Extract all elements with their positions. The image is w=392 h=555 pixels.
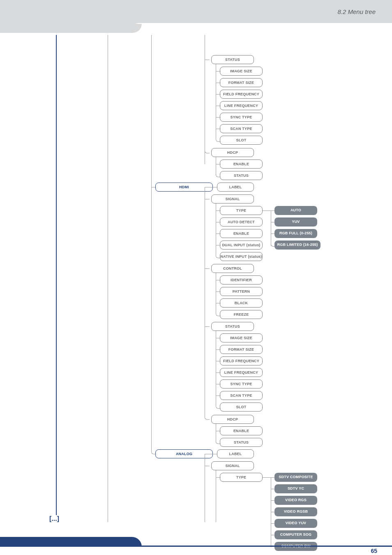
node-label-2: LABEL [217, 449, 254, 458]
conn [271, 500, 274, 501]
conn [216, 477, 221, 478]
node-video-rgsb: VIDEO RGSB [274, 507, 317, 516]
node-sync-type-2: SYNC TYPE [220, 379, 263, 388]
node-image-size-1: IMAGE SIZE [220, 67, 263, 76]
conn [216, 245, 221, 245]
conn [216, 168, 221, 177]
conn [216, 372, 221, 373]
header-curve-white [127, 23, 392, 35]
node-image-size-2: IMAGE SIZE [220, 333, 263, 342]
conn [216, 133, 221, 142]
node-hdcp2-status: STATUS [220, 438, 263, 447]
conn [151, 187, 155, 187]
tree-trunk-level2 [151, 35, 152, 413]
conn [216, 164, 221, 164]
node-sdtv-composite: SDTV COMPOSITE [274, 473, 317, 482]
conn [271, 535, 274, 535]
tree-trunk-level3a [205, 35, 205, 164]
node-signal1-type: TYPE [220, 206, 263, 215]
section-title: 8.2 Menu tree [337, 8, 376, 15]
continues-marker: [...] [49, 515, 59, 523]
conn [151, 413, 156, 454]
header-curve-grey [0, 24, 142, 33]
node-control-freeze: FREEZE [220, 310, 263, 319]
node-control: CONTROL [211, 264, 254, 273]
conn [216, 117, 221, 118]
conn [205, 187, 217, 187]
conn [216, 71, 221, 72]
node-type-yuv: YUV [274, 217, 317, 227]
conn [216, 307, 221, 316]
node-hdcp-2: HDCP [211, 415, 254, 424]
node-sync-type-1: SYNC TYPE [220, 113, 263, 122]
node-field-freq-2: FIELD FREQUENCY [220, 356, 263, 365]
node-analog: ANALOG [155, 449, 213, 458]
conn [216, 338, 221, 338]
conn [271, 489, 274, 489]
node-slot-1: SLOT [220, 136, 263, 145]
node-control-black: BLACK [220, 298, 263, 308]
tree-trunk-level3b [205, 187, 205, 405]
conn [216, 384, 221, 384]
node-status-2: STATUS [211, 322, 254, 331]
conn [216, 222, 221, 222]
conn [216, 249, 221, 258]
conn [216, 94, 221, 95]
node-type-rgblimited: RGB LIMITED (16-255) [274, 240, 321, 250]
tree-trunk-level1 [108, 35, 108, 522]
node-signal2-type: TYPE [220, 473, 263, 482]
node-field-freq-1: FIELD FREQUENCY [220, 90, 263, 99]
conn [263, 210, 271, 211]
vline-status2 [216, 331, 216, 403]
node-label-1: LABEL [217, 183, 254, 192]
node-line-freq-2: LINE FREQUENCY [220, 368, 263, 377]
conn [271, 523, 274, 524]
node-signal-2: SIGNAL [211, 461, 254, 470]
node-signal1-enable: ENABLE [220, 229, 263, 238]
conn [216, 361, 221, 361]
conn [216, 395, 221, 396]
node-video-yuv: VIDEO YUV [274, 519, 317, 528]
node-hdmi: HDMI [155, 183, 213, 192]
conn [216, 83, 221, 83]
footer-curve [0, 537, 142, 547]
vline-signal2-type [271, 477, 271, 547]
node-line-freq-1: LINE FREQUENCY [220, 101, 263, 110]
conn [271, 238, 274, 247]
conn [205, 326, 210, 327]
conn [205, 268, 210, 269]
vline-signal1 [216, 204, 216, 253]
conn [271, 512, 274, 512]
vline-control [216, 273, 216, 311]
node-scan-type-1: SCAN TYPE [220, 124, 263, 133]
node-signal1-nativeinput: NATIVE INPUT (status) [220, 252, 263, 261]
conn [271, 477, 274, 478]
conn [216, 129, 221, 129]
vline-signal2 [216, 470, 216, 522]
conn [216, 106, 221, 106]
conn [205, 145, 210, 153]
node-type-rgbfull: RGB FULL (0-255) [274, 229, 317, 238]
conn [216, 349, 221, 350]
conn [205, 454, 217, 454]
node-hdcp2-enable: ENABLE [220, 426, 263, 435]
node-control-identifier: IDENTIFIER [220, 275, 263, 284]
node-status-1: STATUS [211, 55, 254, 64]
page-number: 65 [371, 548, 377, 554]
node-video-rgs: VIDEO RGS [274, 496, 317, 505]
node-slot-2: SLOT [220, 402, 263, 412]
node-format-size-2: FORMAT SIZE [220, 345, 263, 354]
menu-tree-diagram: [...] STATUS IMAGE SIZE FORMAT SIZE FIEL… [0, 35, 392, 536]
conn [205, 199, 210, 199]
conn [216, 431, 221, 431]
conn [271, 210, 274, 211]
node-hdcp-1: HDCP [211, 148, 254, 157]
conn [216, 400, 221, 409]
tree-trunk-level0 [56, 35, 57, 515]
conn [216, 303, 221, 303]
conn [263, 477, 271, 478]
node-format-size-1: FORMAT SIZE [220, 78, 263, 87]
vline-status1-children [216, 64, 216, 136]
conn [216, 291, 221, 292]
conn [216, 280, 221, 280]
